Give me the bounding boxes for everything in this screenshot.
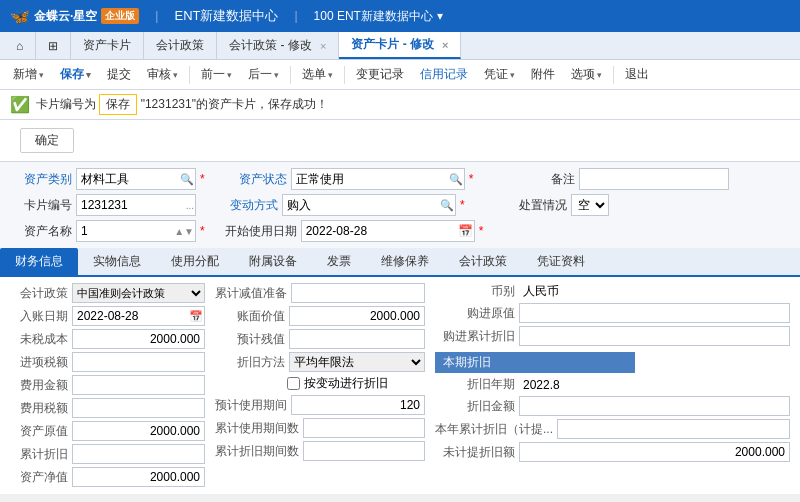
- tab-grid[interactable]: ⊞: [36, 32, 71, 59]
- tab-assets-edit[interactable]: 资产卡片 - 修改 ×: [339, 32, 461, 59]
- new-arrow: ▾: [39, 70, 44, 80]
- accounting-policy-select[interactable]: 中国准则会计政策: [72, 283, 205, 303]
- new-label: 新增: [13, 66, 37, 83]
- options-label: 选项: [571, 66, 595, 83]
- net-value-input[interactable]: [72, 467, 205, 487]
- toolbar: 新增 ▾ 保存 ▾ 提交 审核 ▾ 前一 ▾ 后一 ▾ 选单 ▾ 变更记录 信用…: [0, 60, 800, 90]
- tab-bar: ⌂ ⊞ 资产卡片 会计政策 会计政策 - 修改 × 资产卡片 - 修改 ×: [0, 32, 800, 60]
- accum-depreciation-label: 累计折旧: [10, 446, 68, 463]
- section-tab-financial[interactable]: 财务信息: [0, 248, 78, 275]
- ytd-depreciation-input[interactable]: [557, 419, 790, 439]
- tab-assets[interactable]: 资产卡片: [71, 32, 144, 59]
- expense-amount-input[interactable]: [72, 375, 205, 395]
- card-no-input[interactable]: [76, 194, 196, 216]
- prev-arrow: ▾: [227, 70, 232, 80]
- impairment-reserve-input[interactable]: [291, 283, 425, 303]
- account-label: 100 ENT新建数据中心: [314, 8, 433, 25]
- remark-input[interactable]: [579, 168, 729, 190]
- accum-depreciation-period-input[interactable]: [303, 441, 425, 461]
- asset-original-row: 资产原值: [10, 421, 205, 441]
- voucher-button[interactable]: 凭证 ▾: [477, 63, 522, 86]
- start-date-calendar-icon[interactable]: 📅: [458, 224, 473, 238]
- asset-status-label: 资产状态: [225, 171, 287, 188]
- depreciation-amount-input[interactable]: [519, 396, 790, 416]
- asset-type-search-icon[interactable]: 🔍: [180, 173, 194, 186]
- change-mode-search-icon[interactable]: 🔍: [440, 199, 454, 212]
- tab-policy-edit[interactable]: 会计政策 - 修改 ×: [217, 32, 339, 59]
- account-dropdown-icon[interactable]: ▾: [437, 9, 443, 23]
- expected-period-input[interactable]: [291, 395, 425, 415]
- depreciation-period-row: 折旧年期 2022.8: [435, 376, 790, 393]
- residual-value-row: 预计残值: [215, 329, 425, 349]
- book-value-input[interactable]: [289, 306, 425, 326]
- purchase-accum-dep-input[interactable]: [519, 326, 790, 346]
- new-button[interactable]: 新增 ▾: [6, 63, 51, 86]
- tab-policy-edit-close[interactable]: ×: [320, 40, 326, 52]
- tab-policy[interactable]: 会计政策: [144, 32, 217, 59]
- attach-button[interactable]: 附件: [524, 63, 562, 86]
- asset-name-up-icon[interactable]: ▲▼: [174, 226, 194, 237]
- disposal-select[interactable]: 空: [571, 194, 609, 216]
- change-log-button[interactable]: 变更记录: [349, 63, 411, 86]
- left-column: 会计政策 中国准则会计政策 入账日期 📅 未税成本 进项税额 费用金额 费用税额: [10, 283, 205, 490]
- sep1: [189, 66, 190, 84]
- section-tab-physical[interactable]: 实物信息: [78, 248, 156, 275]
- next-label: 后一: [248, 66, 272, 83]
- logo-icon: 🦋: [10, 7, 30, 26]
- logo: 🦋 金蝶云·星空 企业版: [10, 7, 139, 26]
- section-tab-accessories[interactable]: 附属设备: [234, 248, 312, 275]
- input-tax-input[interactable]: [72, 352, 205, 372]
- confirm-button[interactable]: 确定: [20, 128, 74, 153]
- start-date-label: 开始使用日期: [225, 223, 297, 240]
- audit-button[interactable]: 审核 ▾: [140, 63, 185, 86]
- purchase-original-label: 购进原值: [435, 305, 515, 322]
- accum-usage-period-row: 累计使用期间数: [215, 418, 425, 438]
- change-depreciation-checkbox[interactable]: [287, 377, 300, 390]
- select-button[interactable]: 选单 ▾: [295, 63, 340, 86]
- asset-original-input[interactable]: [72, 421, 205, 441]
- card-no-dots-icon[interactable]: ...: [186, 200, 194, 211]
- section-tab-maintenance[interactable]: 维修保养: [366, 248, 444, 275]
- next-button[interactable]: 后一 ▾: [241, 63, 286, 86]
- accum-usage-period-input[interactable]: [303, 418, 425, 438]
- asset-type-input[interactable]: [76, 168, 196, 190]
- accum-depreciation-input[interactable]: [72, 444, 205, 464]
- start-date-input[interactable]: [301, 220, 475, 242]
- expected-period-label: 预计使用期间: [215, 397, 287, 414]
- depreciation-method-select[interactable]: 平均年限法: [289, 352, 425, 372]
- tab-assets-edit-close[interactable]: ×: [442, 39, 448, 51]
- section-tab-voucher[interactable]: 凭证资料: [522, 248, 600, 275]
- asset-status-search-icon[interactable]: 🔍: [449, 173, 463, 186]
- section-tab-allocation[interactable]: 使用分配: [156, 248, 234, 275]
- tab-home[interactable]: ⌂: [4, 32, 36, 59]
- entry-date-cal-icon[interactable]: 📅: [189, 310, 203, 323]
- options-button[interactable]: 选项 ▾: [564, 63, 609, 86]
- pretax-cost-label: 未税成本: [10, 331, 68, 348]
- audit-label: 审核: [147, 66, 171, 83]
- prev-button[interactable]: 前一 ▾: [194, 63, 239, 86]
- pretax-cost-input[interactable]: [72, 329, 205, 349]
- depreciation-method-row: 折旧方法 平均年限法: [215, 352, 425, 372]
- entry-date-input[interactable]: [72, 306, 205, 326]
- unaccrued-input[interactable]: [519, 442, 790, 462]
- asset-status-input[interactable]: [291, 168, 465, 190]
- account-info[interactable]: 100 ENT新建数据中心 ▾: [314, 8, 443, 25]
- change-mode-input[interactable]: [282, 194, 456, 216]
- impairment-reserve-row: 累计减值准备: [215, 283, 425, 303]
- section-tab-policy[interactable]: 会计政策: [444, 248, 522, 275]
- exit-button[interactable]: 退出: [618, 63, 656, 86]
- expense-tax-input[interactable]: [72, 398, 205, 418]
- entry-date-row: 入账日期 📅: [10, 306, 205, 326]
- depreciation-period-value: 2022.8: [523, 378, 560, 392]
- sep2: [290, 66, 291, 84]
- residual-value-input[interactable]: [289, 329, 425, 349]
- submit-button[interactable]: 提交: [100, 63, 138, 86]
- book-value-label: 账面价值: [215, 308, 285, 325]
- submit-label: 提交: [107, 66, 131, 83]
- save-button[interactable]: 保存 ▾: [53, 63, 98, 86]
- header-form: 资产类别 🔍 * 资产状态 🔍 * 备注 卡片编号 ...: [0, 162, 800, 248]
- input-tax-row: 进项税额: [10, 352, 205, 372]
- section-tab-invoice[interactable]: 发票: [312, 248, 366, 275]
- purchase-original-input[interactable]: [519, 303, 790, 323]
- credit-log-button[interactable]: 信用记录: [413, 63, 475, 86]
